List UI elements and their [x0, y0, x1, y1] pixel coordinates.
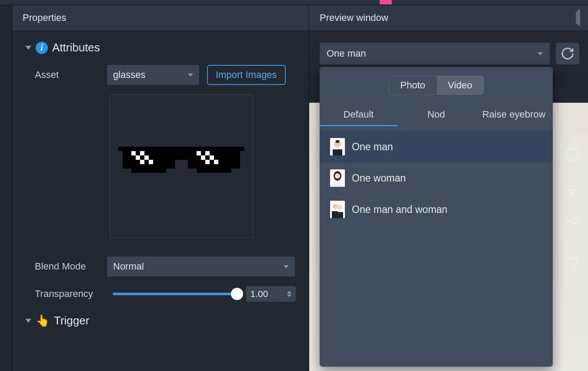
chevron-left-icon — [576, 9, 580, 27]
subject-option-label: One woman — [352, 172, 406, 184]
svg-rect-4 — [127, 164, 170, 169]
svg-point-34 — [333, 204, 338, 209]
svg-rect-19 — [214, 160, 218, 164]
timer-icon[interactable]: 3 — [563, 246, 582, 266]
pointing-hand-icon: 👆 — [36, 314, 50, 327]
animation-tabs: Default Nod Raise eyebrow — [320, 105, 553, 127]
svg-rect-12 — [140, 160, 144, 164]
asset-select[interactable]: glasses — [107, 65, 199, 85]
svg-rect-6 — [131, 169, 166, 173]
trigger-section-header[interactable]: 👆 Trigger — [25, 302, 296, 327]
subject-option-label: One man and woman — [352, 204, 448, 216]
chevron-down-icon — [25, 319, 31, 323]
avatar-thumbnail — [330, 138, 345, 155]
preview-side-tools: 3 — [563, 145, 582, 266]
import-images-label: Import Images — [216, 69, 277, 81]
svg-rect-11 — [144, 155, 149, 160]
asset-label: Asset — [35, 69, 99, 81]
svg-rect-9 — [140, 151, 144, 155]
svg-rect-7 — [197, 169, 231, 173]
svg-rect-18 — [205, 160, 210, 164]
tab-raise-eyebrow[interactable]: Raise eyebrow — [475, 105, 553, 126]
subject-option-list: One man One woman One man and woman — [320, 131, 553, 225]
link-icon[interactable] — [563, 212, 582, 232]
svg-rect-5 — [192, 164, 236, 169]
svg-rect-37 — [337, 212, 343, 218]
svg-point-22 — [566, 220, 572, 227]
avatar-thumbnail — [330, 169, 345, 187]
import-images-button[interactable]: Import Images — [207, 65, 286, 85]
asset-select-value: glasses — [113, 69, 146, 81]
refresh-button[interactable] — [556, 43, 579, 64]
gauge-icon[interactable] — [563, 179, 582, 198]
arrow-up-icon — [287, 291, 291, 293]
info-icon: i — [36, 42, 48, 54]
svg-rect-36 — [332, 211, 338, 218]
properties-header: Properties — [12, 5, 309, 30]
svg-rect-3 — [175, 151, 188, 160]
properties-title: Properties — [23, 12, 66, 24]
tab-default[interactable]: Default — [320, 105, 398, 126]
refresh-icon — [561, 47, 575, 61]
attributes-section-header[interactable]: i Attributes — [25, 39, 296, 65]
panel-collapse-button[interactable] — [576, 12, 580, 24]
chevron-down-icon — [284, 265, 289, 268]
asset-preview — [110, 94, 253, 238]
spinner-arrows[interactable] — [287, 291, 291, 297]
svg-rect-17 — [210, 155, 214, 160]
slider-thumb[interactable] — [231, 288, 243, 300]
section-title: Attributes — [52, 41, 100, 54]
arrow-down-icon — [287, 294, 291, 297]
subject-option[interactable]: One man — [320, 131, 553, 162]
svg-rect-28 — [333, 149, 342, 155]
segment-photo[interactable]: Photo — [389, 76, 437, 94]
svg-rect-10 — [136, 155, 140, 160]
svg-rect-27 — [336, 140, 339, 143]
transparency-label: Transparency — [35, 288, 105, 300]
subject-option[interactable]: One woman — [320, 162, 553, 194]
preview-subject-dropdown: Photo Video Default Nod Raise eyebrow On… — [320, 67, 553, 367]
preview-panel: Preview window One man 3 — [309, 5, 588, 371]
transparency-slider[interactable] — [113, 293, 238, 295]
transparency-value: 1.00 — [251, 289, 268, 299]
svg-point-21 — [571, 192, 574, 194]
svg-rect-15 — [205, 151, 210, 155]
media-type-segment: Photo Video — [388, 76, 484, 95]
section-title: Trigger — [54, 314, 89, 327]
preview-subject-value: One man — [327, 48, 366, 59]
tab-nod[interactable]: Nod — [398, 105, 475, 126]
svg-point-20 — [566, 148, 578, 160]
segment-video[interactable]: Video — [437, 76, 484, 94]
top-toolbar-strip — [0, 0, 588, 5]
blend-mode-select[interactable]: Normal — [107, 256, 295, 277]
svg-rect-8 — [131, 151, 136, 155]
notification-badge — [380, 0, 392, 4]
svg-rect-32 — [334, 182, 341, 187]
avatar-thumbnail — [330, 201, 345, 218]
transparency-spinner[interactable]: 1.00 — [246, 286, 296, 302]
svg-rect-16 — [201, 155, 205, 160]
svg-rect-13 — [149, 160, 153, 164]
svg-rect-14 — [197, 151, 201, 155]
rotate-icon[interactable] — [563, 145, 582, 164]
preview-header: Preview window — [309, 5, 588, 30]
chevron-down-icon — [538, 52, 543, 55]
glasses-icon — [118, 147, 244, 186]
svg-point-31 — [335, 173, 340, 179]
blend-mode-value: Normal — [113, 261, 144, 272]
subject-option-label: One man — [352, 141, 393, 153]
chevron-down-icon — [25, 46, 31, 50]
svg-point-23 — [572, 217, 579, 224]
chevron-down-icon — [188, 74, 193, 77]
preview-title: Preview window — [320, 12, 388, 24]
svg-point-35 — [337, 205, 342, 210]
subject-option[interactable]: One man and woman — [320, 194, 553, 225]
svg-rect-0 — [118, 147, 244, 151]
blend-mode-label: Blend Mode — [35, 261, 99, 272]
properties-panel: Properties i Attributes Asset glasses Im… — [12, 5, 309, 371]
left-gutter — [0, 5, 12, 371]
preview-subject-select[interactable]: One man — [320, 43, 550, 64]
svg-text:3: 3 — [575, 257, 579, 265]
